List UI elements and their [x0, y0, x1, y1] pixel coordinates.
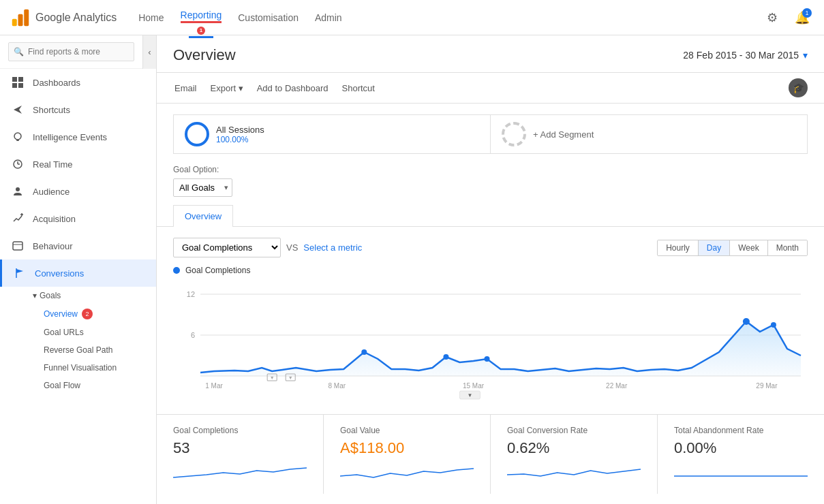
svg-point-25: [484, 356, 489, 362]
metric-goal-completions-label: Goal Completions: [173, 426, 307, 435]
metric-goal-value-sparkline: [340, 462, 474, 483]
day-button[interactable]: Day: [699, 240, 730, 255]
acquisition-icon: [11, 212, 25, 225]
segment-bar: All Sessions 100.00% + Add Segment: [173, 114, 808, 154]
month-button[interactable]: Month: [768, 240, 807, 255]
settings-button[interactable]: ⚙: [761, 7, 783, 29]
date-range-text: 28 Feb 2015 - 30 Mar 2015: [683, 50, 799, 61]
search-icon: 🔍: [14, 47, 24, 57]
metric-card-abandonment-rate: Total Abandonment Rate 0.00%: [658, 415, 824, 494]
goal-option-label: Goal Option:: [173, 165, 808, 174]
sidebar: 🔍 ‹ Dashboards Shortcuts: [0, 35, 157, 504]
reporting-badge: 1: [197, 27, 205, 35]
clock-icon: [11, 157, 25, 171]
hourly-button[interactable]: Hourly: [658, 240, 699, 255]
submenu-funnel-visualisation-label: Funnel Visualisation: [44, 363, 117, 373]
svg-text:1 Mar: 1 Mar: [205, 382, 223, 390]
sidebar-item-acquisition[interactable]: Acquisition: [0, 205, 156, 232]
metric-goal-conversion-rate-value: 0.62%: [507, 439, 641, 457]
sidebar-item-conversions[interactable]: Conversions: [0, 259, 156, 287]
add-segment-item[interactable]: + Add Segment: [490, 114, 808, 154]
metric-goal-value-value: A$118.00: [340, 439, 474, 457]
google-analytics-logo: [11, 8, 30, 27]
nav-home[interactable]: Home: [138, 10, 164, 26]
svg-point-24: [443, 354, 448, 360]
overview-tab-bar: Overview: [157, 205, 824, 227]
sidebar-search-row: 🔍 ‹: [0, 35, 156, 69]
svg-text:▼: ▼: [270, 375, 275, 380]
sidebar-item-dashboards-label: Dashboards: [33, 78, 80, 88]
svg-point-23: [361, 349, 367, 355]
select-metric-link[interactable]: Select a metric: [303, 242, 362, 253]
nav-icons: ⚙ 🔔 1: [761, 7, 813, 29]
all-sessions-segment[interactable]: All Sessions 100.00%: [173, 114, 490, 154]
submenu-overview[interactable]: Overview 2: [33, 304, 156, 324]
sidebar-item-audience[interactable]: Audience: [0, 178, 156, 205]
metric-abandonment-rate-label: Total Abandonment Rate: [674, 426, 808, 435]
segment-percentage: 100.00%: [216, 135, 264, 144]
main-nav: Home Reporting 1 Customisation Admin: [138, 10, 761, 26]
submenu-goal-urls[interactable]: Goal URLs: [33, 324, 156, 341]
goal-select-wrapper: All Goals Goal 1 Goal 2 ▾: [173, 178, 232, 197]
sidebar-item-behaviour[interactable]: Behaviour: [0, 232, 156, 259]
svg-rect-1: [18, 14, 23, 26]
sidebar-nav-section: Dashboards Shortcuts Intelligence Events…: [0, 69, 156, 394]
metric-goal-completions-sparkline: [173, 462, 307, 483]
shortcut-button[interactable]: Shortcut: [341, 80, 376, 96]
reporting-indicator: 1: [189, 27, 213, 38]
svg-point-7: [14, 133, 21, 140]
legend-dot-icon: [173, 267, 180, 274]
gear-icon: ⚙: [767, 10, 778, 25]
chevron-left-icon: ‹: [148, 47, 151, 57]
submenu-reverse-goal-path[interactable]: Reverse Goal Path: [33, 341, 156, 359]
week-button[interactable]: Week: [730, 240, 767, 255]
chart-controls: Goal Completions VS Select a metric Hour…: [173, 238, 808, 257]
overview-badge: 2: [82, 309, 93, 319]
line-chart: 12 6: [173, 281, 808, 403]
metric-card-goal-completions: Goal Completions 53: [157, 415, 324, 494]
date-range-picker[interactable]: 28 Feb 2015 - 30 Mar 2015 ▾: [683, 50, 808, 61]
notifications-button[interactable]: 🔔 1: [791, 7, 813, 29]
goals-label: Goals: [40, 291, 61, 300]
shortcuts-icon: [11, 103, 25, 116]
svg-text:22 Mar: 22 Mar: [606, 382, 628, 390]
metric-dropdown[interactable]: Goal Completions: [173, 238, 281, 257]
add-segment-circle-icon: [502, 122, 526, 146]
sidebar-collapse-button[interactable]: ‹: [142, 35, 156, 69]
add-to-dashboard-button[interactable]: Add to Dashboard: [256, 80, 330, 96]
goals-submenu: Overview 2 Goal URLs Reverse Goal Path F…: [0, 304, 156, 394]
metric-goal-conversion-rate-label: Goal Conversion Rate: [507, 426, 641, 435]
segment-circle-icon: [185, 122, 209, 146]
svg-rect-4: [18, 77, 23, 82]
export-button[interactable]: Export ▾: [209, 80, 245, 96]
metric-card-goal-value: Goal Value A$118.00: [324, 415, 491, 494]
nav-reporting[interactable]: Reporting: [181, 7, 222, 23]
goals-section-header[interactable]: ▾ Goals: [0, 287, 156, 304]
submenu-goal-flow[interactable]: Goal Flow: [33, 377, 156, 394]
nav-customisation[interactable]: Customisation: [238, 10, 299, 26]
svg-rect-3: [12, 77, 17, 82]
grid-icon: [11, 76, 25, 89]
submenu-funnel-visualisation[interactable]: Funnel Visualisation: [33, 359, 156, 377]
sidebar-item-dashboards[interactable]: Dashboards: [0, 69, 156, 96]
search-wrapper: 🔍: [8, 42, 134, 61]
search-input[interactable]: [8, 42, 134, 61]
submenu-goal-flow-label: Goal Flow: [44, 381, 80, 390]
top-navigation: Google Analytics Home Reporting 1 Custom…: [0, 0, 824, 35]
submenu-overview-label: Overview: [44, 309, 78, 319]
sidebar-item-realtime[interactable]: Real Time: [0, 151, 156, 178]
svg-point-27: [771, 322, 776, 328]
sidebar-item-shortcuts-label: Shortcuts: [33, 105, 70, 115]
metric-goal-conversion-rate-sparkline: [507, 462, 641, 483]
sidebar-item-shortcuts[interactable]: Shortcuts: [0, 96, 156, 123]
nav-admin[interactable]: Admin: [315, 10, 342, 26]
overview-tab[interactable]: Overview: [173, 205, 233, 227]
time-period-buttons: Hourly Day Week Month: [657, 240, 808, 256]
bulb-icon: [11, 130, 25, 144]
svg-rect-0: [12, 18, 17, 26]
sidebar-item-intelligence[interactable]: Intelligence Events: [0, 123, 156, 151]
svg-point-26: [743, 318, 750, 325]
segment-info: All Sessions 100.00%: [216, 125, 264, 144]
goal-select[interactable]: All Goals Goal 1 Goal 2: [173, 178, 232, 197]
email-button[interactable]: Email: [173, 80, 198, 96]
